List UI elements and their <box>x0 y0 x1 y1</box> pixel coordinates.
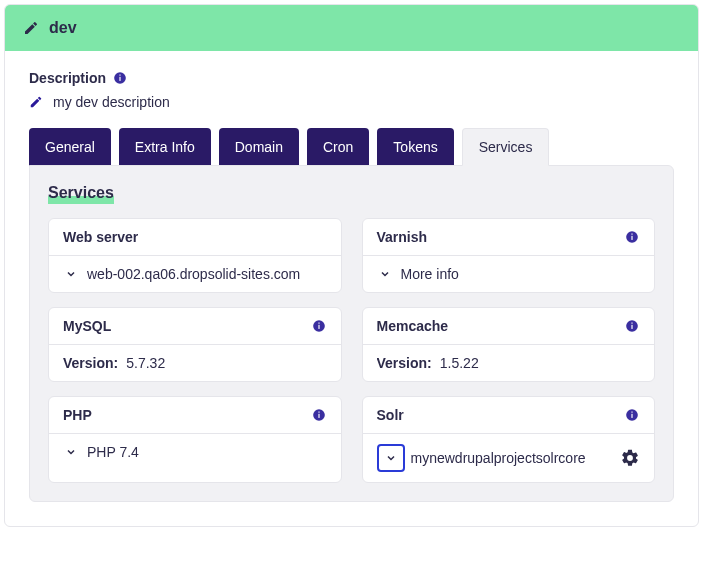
info-icon[interactable] <box>311 318 327 334</box>
svg-rect-4 <box>631 236 632 240</box>
environment-card: dev Description my dev description Gener… <box>4 4 699 527</box>
service-body[interactable]: web-002.qa06.dropsolid-sites.com <box>49 256 341 292</box>
service-body: Version: 1.5.22 <box>363 345 655 381</box>
tab-cron[interactable]: Cron <box>307 128 369 166</box>
service-body[interactable]: PHP 7.4 <box>49 434 341 470</box>
services-grid: Web server web-002.qa06.dropsolid-sites.… <box>48 218 655 483</box>
info-icon[interactable] <box>624 407 640 423</box>
tab-extra-info[interactable]: Extra Info <box>119 128 211 166</box>
chevron-down-icon <box>377 266 393 282</box>
tab-bar: General Extra Info Domain Cron Tokens Se… <box>29 128 674 166</box>
card-header: dev <box>5 5 698 51</box>
service-title: PHP <box>63 407 92 423</box>
chevron-down-icon <box>63 444 79 460</box>
info-icon[interactable] <box>624 318 640 334</box>
service-title: Varnish <box>377 229 428 245</box>
version-value: 1.5.22 <box>440 355 479 371</box>
svg-rect-10 <box>631 325 632 329</box>
service-value: mynewdrupalprojectsolrcore <box>411 450 586 466</box>
environment-title: dev <box>49 19 77 37</box>
service-card-php: PHP PHP 7.4 <box>48 396 342 483</box>
solr-core-selector[interactable] <box>377 444 405 472</box>
tab-tokens[interactable]: Tokens <box>377 128 453 166</box>
services-panel: Services Web server web-002.qa06.dropsol… <box>29 165 674 502</box>
svg-rect-11 <box>631 323 632 324</box>
svg-rect-8 <box>318 323 319 324</box>
service-value: web-002.qa06.dropsolid-sites.com <box>87 266 300 282</box>
panel-title: Services <box>48 184 114 204</box>
service-body[interactable]: More info <box>363 256 655 292</box>
tab-general[interactable]: General <box>29 128 111 166</box>
description-label: Description <box>29 70 106 86</box>
svg-rect-17 <box>631 412 632 413</box>
service-header: MySQL <box>49 308 341 345</box>
svg-rect-2 <box>119 75 120 76</box>
info-icon[interactable] <box>311 407 327 423</box>
service-title: Solr <box>377 407 404 423</box>
version-label: Version: <box>377 355 432 371</box>
info-icon[interactable] <box>624 229 640 245</box>
card-body: Description my dev description General E… <box>5 51 698 526</box>
chevron-down-icon <box>63 266 79 282</box>
tab-services[interactable]: Services <box>462 128 550 166</box>
service-card-webserver: Web server web-002.qa06.dropsolid-sites.… <box>48 218 342 293</box>
pencil-icon[interactable] <box>29 95 43 109</box>
tab-domain[interactable]: Domain <box>219 128 299 166</box>
service-header: Memcache <box>363 308 655 345</box>
gear-icon[interactable] <box>620 448 640 468</box>
description-row: my dev description <box>29 94 674 110</box>
service-card-memcache: Memcache Version: 1.5.22 <box>362 307 656 382</box>
service-card-varnish: Varnish More info <box>362 218 656 293</box>
service-header: Solr <box>363 397 655 434</box>
svg-rect-5 <box>631 234 632 235</box>
service-card-solr: Solr mynewdrupalprojectsolrcore <box>362 396 656 483</box>
info-icon[interactable] <box>112 70 128 86</box>
version-label: Version: <box>63 355 118 371</box>
service-value: PHP 7.4 <box>87 444 139 460</box>
svg-rect-7 <box>318 325 319 329</box>
svg-rect-14 <box>318 412 319 413</box>
version-value: 5.7.32 <box>126 355 165 371</box>
service-body: Version: 5.7.32 <box>49 345 341 381</box>
service-header: Varnish <box>363 219 655 256</box>
pencil-icon[interactable] <box>23 20 39 36</box>
service-title: Web server <box>63 229 138 245</box>
svg-rect-1 <box>119 77 120 81</box>
service-title: MySQL <box>63 318 111 334</box>
service-body: mynewdrupalprojectsolrcore <box>363 434 655 482</box>
service-card-mysql: MySQL Version: 5.7.32 <box>48 307 342 382</box>
service-header: PHP <box>49 397 341 434</box>
svg-rect-13 <box>318 414 319 418</box>
service-title: Memcache <box>377 318 449 334</box>
description-text: my dev description <box>53 94 170 110</box>
service-value: More info <box>401 266 459 282</box>
description-label-row: Description <box>29 70 128 86</box>
svg-rect-16 <box>631 414 632 418</box>
service-header: Web server <box>49 219 341 256</box>
